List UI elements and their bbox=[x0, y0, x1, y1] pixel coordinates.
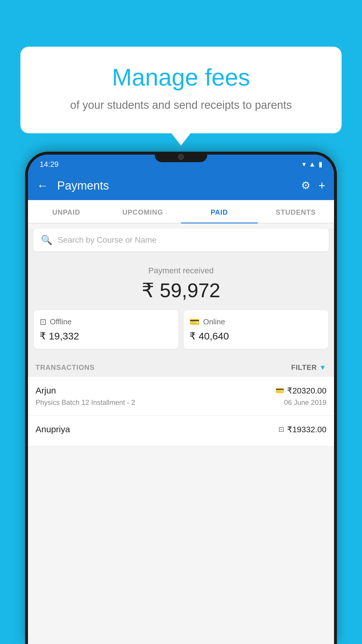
offline-card-header: ⊡ Offline bbox=[40, 317, 173, 327]
online-label: Online bbox=[203, 317, 225, 326]
filter-icon: ▼ bbox=[319, 363, 326, 372]
add-button[interactable]: + bbox=[319, 179, 325, 192]
status-time: 14:29 bbox=[40, 160, 59, 169]
main-content: 🔍 Search by Course or Name Payment recei… bbox=[28, 229, 334, 446]
transaction-item[interactable]: Anupriya ⊡ ₹19332.00 bbox=[28, 416, 334, 446]
transaction-row-top: Anupriya ⊡ ₹19332.00 bbox=[36, 424, 326, 434]
tab-paid[interactable]: PAID bbox=[181, 200, 258, 223]
tab-students[interactable]: STUDENTS bbox=[258, 200, 334, 223]
transaction-item[interactable]: Arjun 💳 ₹20320.00 Physics Batch 12 Insta… bbox=[28, 377, 334, 416]
online-card: 💳 Online ₹ 40,640 bbox=[184, 310, 328, 349]
hero-subtitle: of your students and send receipts to pa… bbox=[44, 97, 318, 113]
transaction-amount-wrap: 💳 ₹20320.00 bbox=[275, 386, 326, 396]
tab-bar: UNPAID UPCOMING PAID STUDENTS bbox=[28, 200, 334, 223]
camera bbox=[178, 154, 184, 160]
search-icon: 🔍 bbox=[41, 235, 52, 246]
offline-card: ⊡ Offline ₹ 19,332 bbox=[34, 310, 178, 349]
payment-cards: ⊡ Offline ₹ 19,332 💳 Online ₹ 40,640 bbox=[34, 310, 328, 349]
online-card-header: 💳 Online bbox=[189, 317, 322, 327]
filter-label: FILTER bbox=[291, 363, 317, 372]
online-payment-icon: 💳 bbox=[275, 386, 284, 395]
settings-button[interactable]: ⚙ bbox=[301, 179, 310, 192]
transaction-name: Arjun bbox=[36, 386, 56, 396]
wifi-icon: ▾ bbox=[302, 160, 306, 168]
tab-unpaid[interactable]: UNPAID bbox=[28, 200, 105, 223]
transaction-row-bottom: Physics Batch 12 Installment - 2 06 June… bbox=[36, 398, 326, 407]
transaction-amount-wrap: ⊡ ₹19332.00 bbox=[278, 425, 326, 434]
search-input[interactable]: Search by Course or Name bbox=[58, 235, 157, 245]
phone-frame: 14:29 ▾ ▲ ▮ ← Payments ⚙ + UNPAID UPCOMI… bbox=[25, 152, 337, 644]
transaction-date: 06 June 2019 bbox=[284, 398, 326, 407]
transactions-header: TRANSACTIONS FILTER ▼ bbox=[28, 356, 334, 377]
payment-received-label: Payment received bbox=[34, 266, 328, 275]
status-icons: ▾ ▲ ▮ bbox=[302, 160, 322, 168]
transaction-course: Physics Batch 12 Installment - 2 bbox=[36, 398, 135, 407]
transaction-amount: ₹19332.00 bbox=[287, 425, 326, 434]
payment-total: ₹ 59,972 bbox=[34, 279, 328, 302]
app-bar-title: Payments bbox=[57, 179, 292, 192]
payment-summary: Payment received ₹ 59,972 ⊡ Offline ₹ 19… bbox=[28, 257, 334, 356]
search-bar[interactable]: 🔍 Search by Course or Name bbox=[33, 229, 329, 251]
tab-upcoming[interactable]: UPCOMING bbox=[105, 200, 181, 223]
battery-icon: ▮ bbox=[319, 160, 322, 168]
app-bar: ← Payments ⚙ + bbox=[28, 171, 334, 200]
hero-section: Manage fees of your students and send re… bbox=[20, 47, 342, 133]
online-amount: ₹ 40,640 bbox=[189, 330, 322, 342]
transactions-label: TRANSACTIONS bbox=[36, 363, 95, 372]
back-button[interactable]: ← bbox=[37, 179, 48, 192]
offline-payment-icon: ⊡ bbox=[278, 425, 284, 433]
hero-title: Manage fees bbox=[44, 64, 318, 90]
signal-icon: ▲ bbox=[309, 160, 316, 168]
app-bar-actions: ⚙ + bbox=[301, 179, 325, 192]
offline-icon: ⊡ bbox=[40, 317, 46, 327]
transaction-row-top: Arjun 💳 ₹20320.00 bbox=[36, 386, 326, 396]
transaction-amount: ₹20320.00 bbox=[287, 386, 326, 396]
phone-notch bbox=[155, 152, 207, 162]
filter-button[interactable]: FILTER ▼ bbox=[291, 363, 326, 372]
transaction-name: Anupriya bbox=[36, 424, 70, 434]
offline-label: Offline bbox=[50, 317, 72, 326]
online-icon: 💳 bbox=[189, 317, 200, 327]
phone-screen: 14:29 ▾ ▲ ▮ ← Payments ⚙ + UNPAID UPCOMI… bbox=[28, 155, 334, 644]
offline-amount: ₹ 19,332 bbox=[40, 330, 173, 342]
speech-bubble: Manage fees of your students and send re… bbox=[20, 47, 342, 133]
